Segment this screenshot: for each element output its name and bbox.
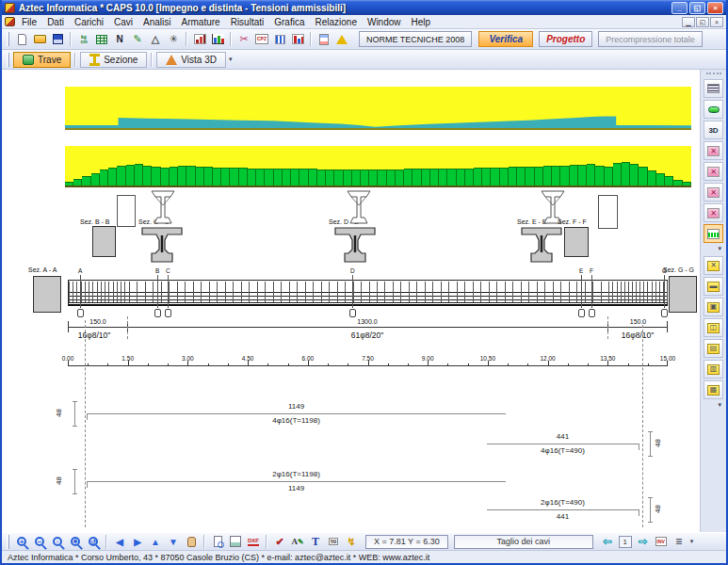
diagram-tool-2[interactable]: ✕ [704, 162, 723, 181]
print-icon[interactable] [227, 533, 244, 550]
tab-vista-3d[interactable]: Vista 3D [156, 52, 226, 68]
progetto-button[interactable]: Progetto [539, 31, 592, 47]
zoom-previous-icon[interactable]: ↺ [85, 533, 102, 550]
menu-help[interactable]: Help [407, 17, 436, 27]
zoom-extents-icon[interactable]: ✱ [67, 533, 84, 550]
save-file-icon[interactable] [49, 31, 66, 48]
drawing-canvas[interactable]: Sez. B - B Sez. C - C Sez. D - D Sez. [2, 70, 700, 532]
settings-icon[interactable]: ✳ [165, 31, 182, 48]
rebar-bottom-label: 1149 [240, 484, 353, 492]
next-phase-icon[interactable]: ⇨ [635, 533, 652, 550]
dxf-export-icon[interactable]: DXF [245, 533, 262, 550]
toolbar-overflow-icon[interactable]: ▾ [229, 56, 233, 63]
menu-dati[interactable]: Dati [42, 17, 69, 27]
scale-tool-icon[interactable]: 50 [325, 533, 342, 550]
armatura-bar [73, 179, 82, 186]
analysis-chart-icon[interactable] [209, 31, 226, 48]
dock-overflow-icon[interactable]: ▾ [718, 245, 721, 252]
mdi-restore-button[interactable]: ◱ [696, 17, 709, 27]
annotate-icon[interactable]: A✎ [289, 533, 306, 550]
minimize-button[interactable]: _ [671, 2, 688, 14]
menu-file[interactable]: File [17, 17, 41, 27]
tab-trave[interactable]: Trave [13, 52, 71, 68]
pan-right-icon[interactable]: ▶ [129, 533, 146, 550]
rebar-view-tool-5[interactable]: ▥ [704, 360, 723, 379]
dimension-middle: 1300.0 [339, 318, 396, 325]
dock-overflow-icon-2[interactable]: ▾ [718, 401, 721, 409]
stirrup-line [305, 282, 306, 302]
invert-icon[interactable]: INV [653, 533, 670, 550]
rebar-view-tool-6[interactable]: ▦ [704, 380, 723, 399]
menu-analisi[interactable]: Analisi [138, 17, 175, 27]
impegno-diagram-tool[interactable] [704, 224, 723, 243]
flash-tool-icon[interactable]: ↯ [343, 533, 360, 550]
histogram-icon[interactable] [271, 31, 288, 48]
report-icon[interactable] [315, 31, 332, 48]
diagram-tool-1[interactable]: ✕ [704, 141, 723, 160]
rebar-view-tool-4[interactable]: ▤ [704, 339, 723, 358]
main-toolbar: kgcmN✎△✳✂CPZ NORME TECNICHE 2008 Verific… [2, 29, 726, 50]
precompressione-button[interactable]: Precompressione totale [598, 31, 703, 47]
view-3d-tool[interactable]: 3D [704, 121, 723, 139]
restore-button[interactable]: ◱ [689, 2, 705, 14]
rebar-view-tool-3[interactable]: ◫ [704, 318, 723, 337]
norme-tecniche-button[interactable]: NORME TECNICHE 2008 [359, 31, 472, 47]
armatura-bar [248, 169, 256, 186]
tab-sezione[interactable]: Sezione [80, 52, 147, 68]
mdi-close-button[interactable]: × [710, 17, 723, 27]
bottom-overflow-icon[interactable]: ▾ [690, 538, 694, 545]
stirrup-line [612, 282, 613, 302]
normative-icon[interactable]: N [111, 31, 128, 48]
pan-hand-icon[interactable] [183, 533, 200, 550]
edit-data-icon[interactable]: ✎ [129, 31, 146, 48]
list-icon[interactable]: ≡ [671, 533, 688, 550]
zoom-out-icon[interactable]: − [31, 533, 48, 550]
section-table-icon[interactable] [93, 31, 110, 48]
armatura-bar [352, 170, 361, 186]
rebar-view-tool-1[interactable]: ▬ [704, 277, 723, 296]
section-d-top-sketch [347, 190, 371, 228]
toolbar-grip-3[interactable] [7, 535, 9, 549]
moment-chart-icon[interactable] [191, 31, 208, 48]
open-file-icon[interactable] [31, 31, 48, 48]
redline-icon[interactable]: ✔ [271, 533, 288, 550]
text-tool-icon[interactable]: T [307, 533, 324, 550]
dock-grip[interactable] [706, 73, 721, 76]
print-preview-icon[interactable] [209, 533, 226, 550]
units-icon[interactable]: kgcm [75, 31, 92, 48]
armatura-bar [465, 169, 474, 186]
zoom-window-icon[interactable]: ▫ [49, 533, 66, 550]
verifica-button[interactable]: Verifica [478, 31, 533, 47]
reference-line-right [642, 320, 643, 527]
menu-grafica[interactable]: Grafica [269, 17, 309, 27]
pan-up-icon[interactable]: ▲ [147, 533, 164, 550]
menu-armature[interactable]: Armature [177, 17, 225, 27]
menu-risultati[interactable]: Risultati [226, 17, 269, 27]
new-file-icon[interactable] [13, 31, 30, 48]
warning-icon[interactable] [333, 31, 350, 48]
diagram-tool-3[interactable]: ✕ [704, 183, 723, 202]
toolbar-grip[interactable] [7, 32, 9, 46]
stress-plot-icon[interactable] [289, 31, 306, 48]
prev-phase-icon[interactable]: ⇦ [599, 533, 616, 550]
tendon-cut-icon[interactable]: ✂ [235, 31, 252, 48]
pan-left-icon[interactable]: ◀ [111, 533, 128, 550]
menu-window[interactable]: Window [363, 17, 406, 27]
phase-number-box[interactable]: 1 [617, 533, 634, 550]
close-button[interactable]: × [707, 2, 723, 14]
rebar-off-tool[interactable]: ✕ [704, 256, 723, 275]
mdi-minimize-button[interactable]: ▁ [682, 17, 695, 27]
stirrup-line [652, 282, 653, 302]
pan-down-icon[interactable]: ▼ [165, 533, 182, 550]
zoom-in-icon[interactable]: + [13, 533, 30, 550]
menu-cavi[interactable]: Cavi [109, 17, 138, 27]
geometry-icon[interactable]: △ [147, 31, 164, 48]
diagram-tool-4[interactable]: ✕ [704, 203, 723, 222]
menu-carichi[interactable]: Carichi [70, 17, 108, 27]
toolbar-grip-2[interactable] [7, 53, 9, 67]
menu-relazione[interactable]: Relazione [310, 17, 361, 27]
rebar-view-tool-2[interactable]: ▣ [704, 298, 723, 316]
cpz-table-icon[interactable]: CPZ [253, 31, 270, 48]
section-lines-tool[interactable] [704, 79, 723, 98]
render-tool[interactable] [704, 100, 723, 119]
